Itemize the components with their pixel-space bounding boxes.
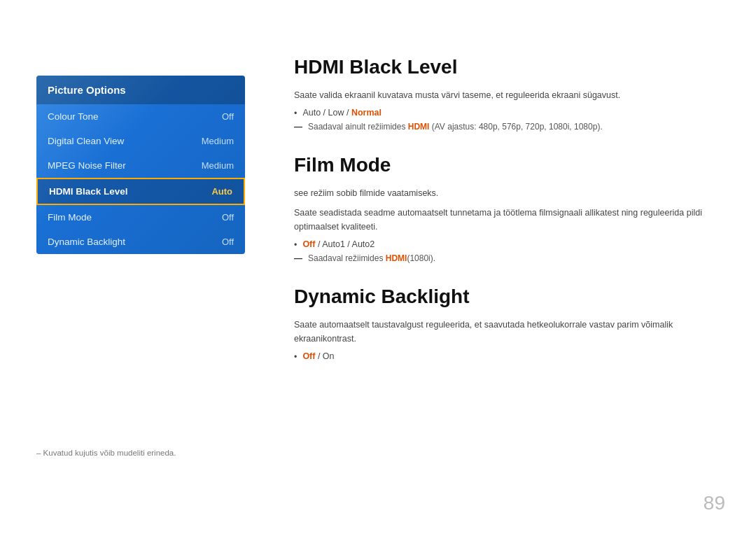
sidebar-item-label: Colour Tone (48, 111, 99, 122)
note-hdmi: HDMI (386, 253, 407, 263)
film-mode-options: • Off / Auto1 / Auto2 (294, 239, 728, 250)
film-mode-desc2: Saate seadistada seadme automaatselt tun… (294, 206, 728, 234)
note-dash: — (294, 253, 302, 263)
sidebar-item-hdmi-black-level[interactable]: HDMI Black Level Auto (36, 178, 245, 205)
film-mode-title: Film Mode (294, 154, 728, 176)
bullet-dot: • (294, 108, 297, 118)
film-mode-note: — Saadaval režiimides HDMI(1080i). (294, 253, 728, 263)
note-dash: — (294, 122, 302, 132)
note-text: Saadaval ainult režiimides HDMI (AV ajas… (308, 122, 603, 132)
hdmi-black-level-title: HDMI Black Level (294, 56, 728, 78)
dynamic-backlight-desc: Saate automaatselt taustavalgust regulee… (294, 318, 728, 346)
main-content: HDMI Black Level Saate valida ekraanil k… (294, 56, 728, 384)
bullet-dot: • (294, 352, 297, 362)
sidebar: Picture Options Colour Tone Off Digital … (36, 76, 245, 254)
sidebar-item-film-mode[interactable]: Film Mode Off (36, 205, 245, 230)
sidebar-item-label: Dynamic Backlight (48, 237, 125, 247)
sidebar-item-label: HDMI Black Level (49, 186, 128, 197)
sidebar-item-dynamic-backlight[interactable]: Dynamic Backlight Off (36, 230, 245, 254)
footer-note: – Kuvatud kujutis võib mudeliti erineda. (36, 449, 176, 457)
section-film-mode: Film Mode see režiim sobib filmide vaata… (294, 154, 728, 263)
bullet-dot: • (294, 240, 297, 250)
section-hdmi-black-level: HDMI Black Level Saate valida ekraanil k… (294, 56, 728, 132)
sidebar-item-label: Digital Clean View (48, 136, 124, 146)
sidebar-item-value: Off (222, 111, 234, 122)
sidebar-item-value: Medium (202, 136, 234, 146)
page-number: 89 (704, 492, 725, 514)
note-hdmi: HDMI (408, 122, 430, 132)
sidebar-item-value: Medium (202, 160, 234, 171)
film-mode-desc1: see režiim sobib filmide vaatamiseks. (294, 186, 728, 200)
hdmi-black-level-options: • Auto / Low / Normal (294, 108, 728, 118)
sidebar-item-digital-clean-view[interactable]: Digital Clean View Medium (36, 129, 245, 153)
sidebar-item-label: Film Mode (48, 212, 92, 223)
sidebar-title: Picture Options (36, 76, 245, 104)
hdmi-black-level-options-text: Auto / Low / Normal (302, 108, 382, 118)
hdmi-black-level-note: — Saadaval ainult režiimides HDMI (AV aj… (294, 122, 728, 132)
dynamic-backlight-off: Off (302, 351, 315, 361)
sidebar-item-value: Auto (211, 186, 232, 197)
sidebar-item-value: Off (222, 237, 234, 247)
hdmi-black-level-normal: Normal (351, 108, 382, 118)
sidebar-item-label: MPEG Noise Filter (48, 160, 126, 171)
section-dynamic-backlight: Dynamic Backlight Saate automaatselt tau… (294, 286, 728, 362)
note-text: Saadaval režiimides HDMI(1080i). (308, 253, 435, 263)
dynamic-backlight-title: Dynamic Backlight (294, 286, 728, 308)
dynamic-backlight-options-text: Off / On (302, 351, 334, 361)
dynamic-backlight-options: • Off / On (294, 351, 728, 362)
film-mode-options-text: Off / Auto1 / Auto2 (302, 239, 374, 249)
sidebar-item-colour-tone[interactable]: Colour Tone Off (36, 104, 245, 129)
hdmi-black-level-desc: Saate valida ekraanil kuvatava musta vär… (294, 88, 728, 102)
sidebar-item-mpeg-noise-filter[interactable]: MPEG Noise Filter Medium (36, 153, 245, 178)
sidebar-item-value: Off (222, 212, 234, 223)
film-mode-off: Off (302, 239, 315, 249)
